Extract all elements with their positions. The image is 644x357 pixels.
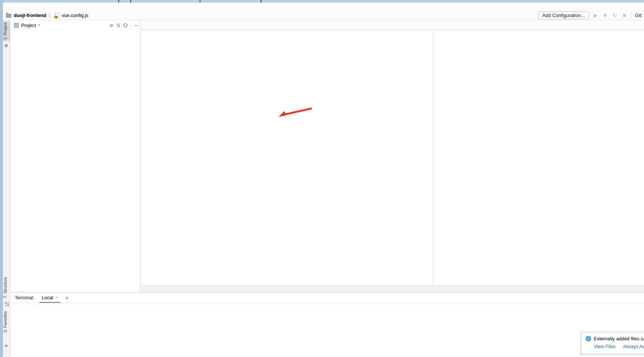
tool-window-tab-project[interactable]: 1: Project: [3, 21, 10, 41]
editor-area: [140, 20, 644, 292]
window-title-bar: [0, 0, 644, 3]
rerun-icon[interactable]: ↻: [612, 13, 618, 18]
chevron-down-icon[interactable]: ▾: [38, 23, 40, 27]
git-widget-label[interactable]: Git:: [635, 13, 643, 18]
add-configuration-button[interactable]: Add Configuration...: [538, 11, 589, 19]
terminal-output[interactable]: [10, 303, 644, 308]
project-view-icon: [14, 23, 19, 28]
folder-icon: [6, 14, 11, 18]
project-stripe-icon: ▦: [4, 43, 8, 47]
toolbar-divider: [631, 12, 631, 19]
window-left-edge: [0, 0, 3, 357]
red-arrow-annotation: [278, 106, 315, 121]
title-bar-mark: [130, 0, 131, 2]
left-tool-stripe: 1: Project ▦ 7: Structure 2: Favorites ★: [3, 20, 10, 357]
menu-bar: [3, 3, 644, 11]
collapse-all-icon[interactable]: ⇅: [116, 23, 120, 28]
code-editor[interactable]: [140, 30, 644, 285]
terminal-title: Terminal:: [15, 295, 34, 300]
editor-breadcrumbs: [140, 285, 644, 292]
breadcrumb-project[interactable]: duoji-frontend: [14, 13, 46, 18]
right-margin-guide: [433, 30, 433, 285]
title-bar-mark: [200, 0, 201, 2]
new-terminal-icon[interactable]: +: [65, 294, 69, 301]
breadcrumb-file[interactable]: vue.config.js: [62, 13, 88, 18]
terminal-tab-local[interactable]: Local ×: [40, 293, 60, 303]
tool-window-tab-favorites[interactable]: 2: Favorites: [3, 310, 10, 334]
ide-window: duoji-frontend 〉 JS vue.config.js Add Co…: [0, 0, 644, 357]
stop-icon[interactable]: ■: [621, 13, 627, 18]
terminal-panel: Terminal: Local × +: [10, 292, 644, 357]
tool-window-tab-structure[interactable]: 7: Structure: [3, 276, 10, 300]
terminal-header: Terminal: Local × +: [10, 293, 644, 303]
notification-message: Externally added files can: [594, 336, 644, 341]
header-divider: [130, 22, 131, 28]
editor-tab-bar: [140, 20, 644, 30]
project-panel-header: Project ▾ ⊕ ⇅ —: [10, 20, 140, 30]
locate-icon[interactable]: ⊕: [109, 23, 113, 28]
always-add-link[interactable]: Always Add: [623, 344, 644, 349]
close-icon[interactable]: ×: [55, 295, 58, 300]
view-files-link[interactable]: View Files: [594, 344, 616, 349]
project-tree: [10, 30, 140, 32]
title-bar-mark: [118, 0, 119, 2]
title-bar-mark: [260, 0, 262, 2]
breadcrumb: duoji-frontend 〉 JS vue.config.js: [3, 12, 88, 18]
breadcrumb-separator: 〉: [48, 12, 53, 18]
gear-icon[interactable]: [123, 23, 127, 27]
info-icon: i: [586, 336, 591, 341]
star-icon: ★: [4, 343, 8, 348]
structure-icon: [5, 302, 7, 304]
debug-icon[interactable]: ❖: [602, 13, 608, 18]
project-panel: Project ▾ ⊕ ⇅ —: [10, 20, 140, 292]
hide-panel-icon[interactable]: —: [134, 23, 139, 28]
js-file-icon: JS: [55, 13, 59, 18]
main-toolbar: duoji-frontend 〉 JS vue.config.js Add Co…: [3, 11, 644, 20]
project-panel-title[interactable]: Project: [21, 23, 36, 28]
notification-popup: i Externally added files can View Files …: [581, 332, 644, 354]
run-icon[interactable]: ▶: [593, 13, 599, 18]
